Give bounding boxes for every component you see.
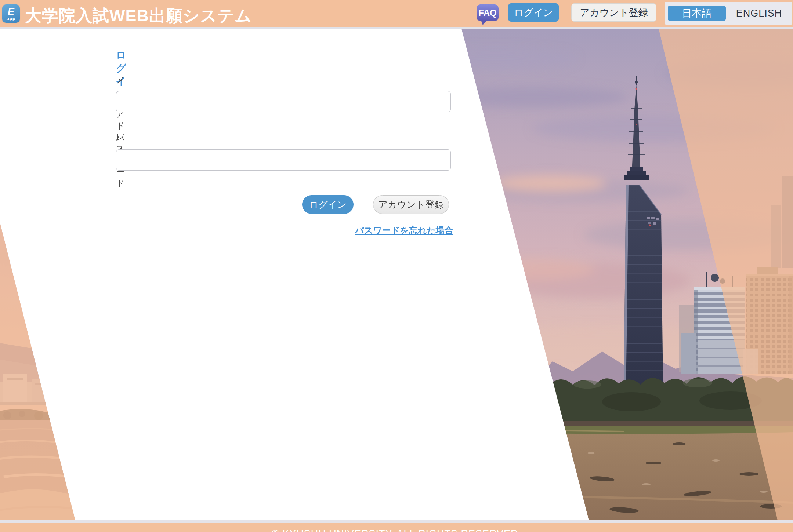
logo-letter: E bbox=[8, 7, 14, 16]
footer-bar: © KYUSHU UNIVERSITY, ALL RIGHTS RESERVED… bbox=[0, 523, 793, 532]
login-button[interactable]: ログイン bbox=[302, 195, 354, 214]
register-button[interactable]: アカウント登録 bbox=[373, 195, 449, 214]
email-input[interactable] bbox=[116, 91, 451, 112]
lang-japanese-button[interactable]: 日本語 bbox=[668, 6, 726, 21]
lang-english-button[interactable]: ENGLISH bbox=[726, 8, 792, 19]
header-login-button[interactable]: ログイン bbox=[508, 3, 559, 22]
password-input[interactable] bbox=[116, 149, 451, 171]
header-register-button[interactable]: アカウント登録 bbox=[571, 3, 656, 22]
language-toggle: 日本語 ENGLISH bbox=[665, 2, 792, 25]
forgot-password-link[interactable]: パスワードを忘れた場合 bbox=[355, 225, 453, 236]
faq-icon[interactable]: FAQ bbox=[477, 4, 499, 21]
header-bar: E app 大学院入試WEB出願システム FAQ ログイン アカウント登録 日本… bbox=[0, 0, 793, 29]
copyright-text: © KYUSHU UNIVERSITY, ALL RIGHTS RESERVED… bbox=[272, 528, 521, 532]
page-title: 大学院入試WEB出願システム bbox=[25, 5, 252, 27]
logo-sub-label: app bbox=[7, 16, 16, 21]
footer-divider bbox=[0, 520, 793, 523]
app-logo-icon: E app bbox=[2, 4, 20, 23]
